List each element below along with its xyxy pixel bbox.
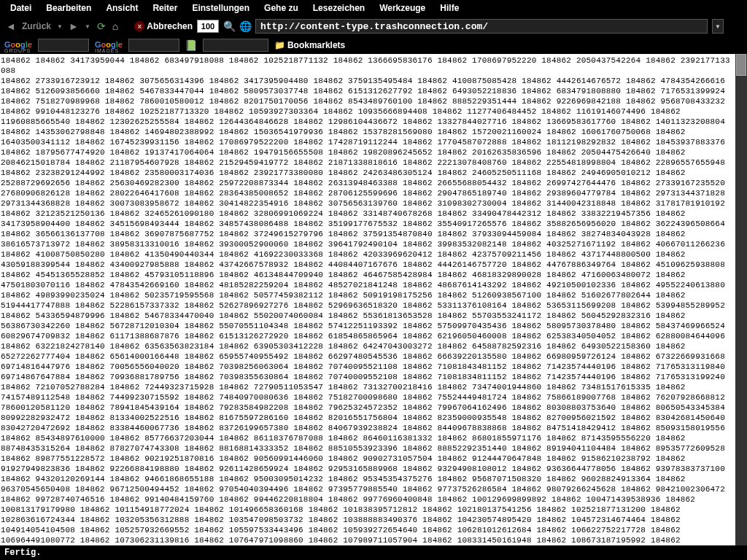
- status-bar: Fertig.: [0, 545, 747, 560]
- throbber-icon: ❋: [728, 19, 743, 34]
- menu-reiter[interactable]: Reiter: [145, 1, 185, 15]
- home-icon[interactable]: ⌂: [112, 20, 118, 32]
- search-input-2[interactable]: [128, 39, 179, 52]
- menu-hilfe[interactable]: Hilfe: [433, 1, 466, 15]
- menu-gehezu[interactable]: Gehe zu: [257, 1, 306, 15]
- bookmark-toolbar: Google GROUPS Google IMAGES 📗 📁 Bookmark…: [0, 36, 747, 54]
- search-input-3[interactable]: [203, 39, 268, 52]
- back-dropdown-icon[interactable]: ▼: [57, 23, 63, 30]
- stop-icon: ×: [134, 21, 144, 31]
- globe-icon[interactable]: 🌐: [239, 20, 251, 32]
- bookmarklets-label: Bookmarklets: [287, 40, 345, 50]
- forward-icon[interactable]: ►: [67, 20, 80, 33]
- back-label[interactable]: Zurück: [22, 21, 51, 31]
- zoom-icon[interactable]: 🔍: [223, 20, 235, 32]
- google-groups-bookmark[interactable]: Google GROUPS: [4, 38, 32, 53]
- google-images-sub: IMAGES: [95, 48, 123, 53]
- menu-ansicht[interactable]: Ansicht: [98, 1, 145, 15]
- reload-icon[interactable]: ⟳: [95, 20, 108, 33]
- google-groups-sub: GROUPS: [4, 48, 32, 53]
- scrollbar-thumb[interactable]: [736, 54, 746, 76]
- menu-bearbeiten[interactable]: Bearbeiten: [39, 1, 98, 15]
- status-text: Fertig.: [4, 548, 41, 558]
- stop-button[interactable]: × Abbrechen: [134, 21, 193, 31]
- menubar: Datei Bearbeiten Ansicht Reiter Einstell…: [0, 0, 747, 16]
- bookmarklets-folder[interactable]: 📁 Bookmarklets: [274, 40, 345, 50]
- url-dropdown-icon[interactable]: ▼: [712, 19, 724, 34]
- search-input-1[interactable]: [38, 39, 89, 52]
- forward-dropdown-icon[interactable]: ▼: [85, 23, 90, 30]
- menu-werkzeuge[interactable]: Werkzeuge: [372, 1, 433, 15]
- menu-datei[interactable]: Datei: [3, 1, 39, 15]
- book-icon[interactable]: 📗: [185, 39, 197, 51]
- folder-icon: 📁: [274, 40, 285, 50]
- google-images-bookmark[interactable]: Google IMAGES: [95, 38, 123, 53]
- navigation-toolbar: ◄ Zurück ▼ ► ▼ ⟳ ⌂ × Abbrechen 100 🔍 🌐 h…: [0, 16, 747, 36]
- back-icon[interactable]: ◄: [4, 20, 18, 33]
- menu-lesezeichen[interactable]: Lesezeichen: [306, 1, 372, 15]
- menu-einstellungen[interactable]: Einstellungen: [185, 1, 257, 15]
- page-content: 184862 184862 34173959044 184862 6834979…: [0, 54, 735, 545]
- zoom-input[interactable]: 100: [197, 20, 219, 33]
- vertical-scrollbar[interactable]: [735, 54, 747, 545]
- url-input[interactable]: http://content-type.trashconnection.com/: [255, 19, 708, 34]
- stop-label: Abbrechen: [147, 21, 193, 31]
